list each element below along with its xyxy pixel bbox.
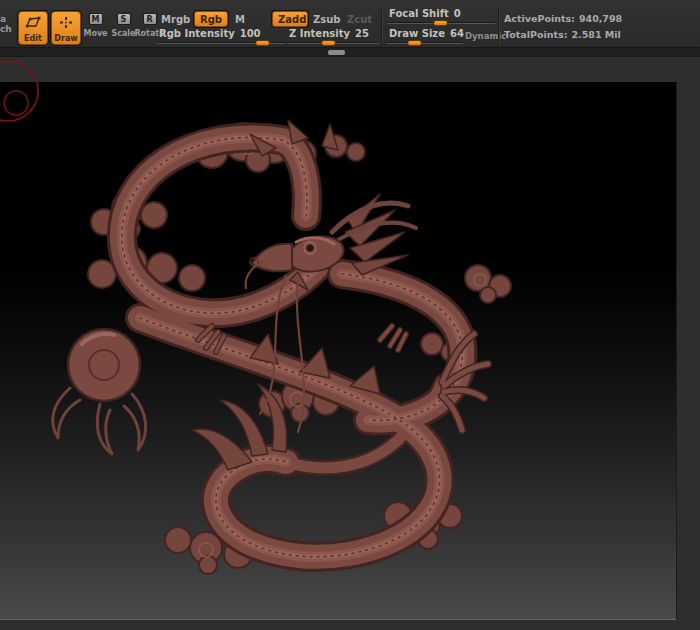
zbrush-window: a ch Edit — [0, 0, 700, 630]
z-intensity-slider[interactable]: Z Intensity25 — [287, 28, 379, 46]
rgb-intensity-label: Rgb Intensity — [159, 28, 235, 39]
draw-button-label: Draw — [54, 34, 77, 43]
z-intensity-label: Z Intensity — [289, 28, 350, 39]
dragon-relief-sculpt — [0, 82, 677, 620]
document-canvas[interactable] — [0, 82, 677, 620]
snout — [252, 244, 292, 272]
edit-gyro-icon — [19, 15, 47, 31]
draw-size-value: 64 — [450, 28, 464, 39]
move-button-label: Move — [83, 29, 107, 38]
move-icon: M — [89, 13, 103, 25]
move-button[interactable]: M Move — [82, 11, 109, 43]
rgb-intensity-slider[interactable]: Rgb Intensity100 — [157, 28, 285, 46]
workspace — [0, 58, 700, 630]
z-intensity-value: 25 — [355, 28, 369, 39]
scale-icon: S — [117, 13, 131, 25]
draw-size-track[interactable] — [387, 42, 463, 44]
draw-size-slider[interactable]: Draw Size64 — [387, 28, 463, 46]
toolbar-separator — [381, 6, 383, 44]
focal-shift-value: 0 — [454, 8, 461, 19]
top-shelf-toolbar: a ch Edit — [0, 0, 700, 48]
zsub-button[interactable]: Zsub — [313, 14, 340, 25]
dragon-body-outline — [122, 137, 463, 556]
m-button[interactable]: M — [235, 14, 245, 25]
edit-button[interactable]: Edit — [18, 11, 48, 45]
focal-shift-handle[interactable] — [433, 20, 448, 26]
active-points-readout: ActivePoints:940,798 — [504, 13, 622, 24]
rotate-icon: R — [143, 13, 157, 25]
focal-shift-label: Focal Shift — [389, 8, 449, 19]
rgb-intensity-handle[interactable] — [255, 40, 270, 46]
draw-button[interactable]: Draw — [51, 11, 81, 45]
flaming-pearl — [53, 329, 146, 454]
rgb-intensity-value: 100 — [240, 28, 261, 39]
rgb-button[interactable]: Rgb — [194, 11, 228, 27]
mrgb-button[interactable]: Mrgb — [161, 14, 190, 25]
draw-crosshair-icon — [52, 15, 80, 31]
dynamic-toggle[interactable]: Dynamic — [465, 31, 506, 41]
draw-size-handle[interactable] — [407, 40, 422, 46]
scale-button-label: Scale — [111, 29, 135, 38]
draw-size-label: Draw Size — [389, 28, 445, 39]
zadd-button[interactable]: Zadd — [272, 11, 308, 27]
zcut-button[interactable]: Zcut — [347, 14, 372, 25]
scale-button[interactable]: S Scale — [110, 11, 137, 43]
total-points-readout: TotalPoints:2.581 Mil — [504, 29, 621, 40]
cropped-left-button[interactable]: a ch — [0, 14, 12, 34]
shelf-scrollbar[interactable] — [0, 48, 700, 57]
toolbar-separator-2 — [498, 6, 500, 44]
eye — [307, 245, 314, 252]
focal-shift-slider[interactable]: Focal Shift0 — [387, 8, 495, 26]
edit-button-label: Edit — [24, 34, 42, 43]
shelf-scrollbar-handle[interactable] — [328, 50, 345, 55]
z-intensity-handle[interactable] — [321, 40, 336, 46]
